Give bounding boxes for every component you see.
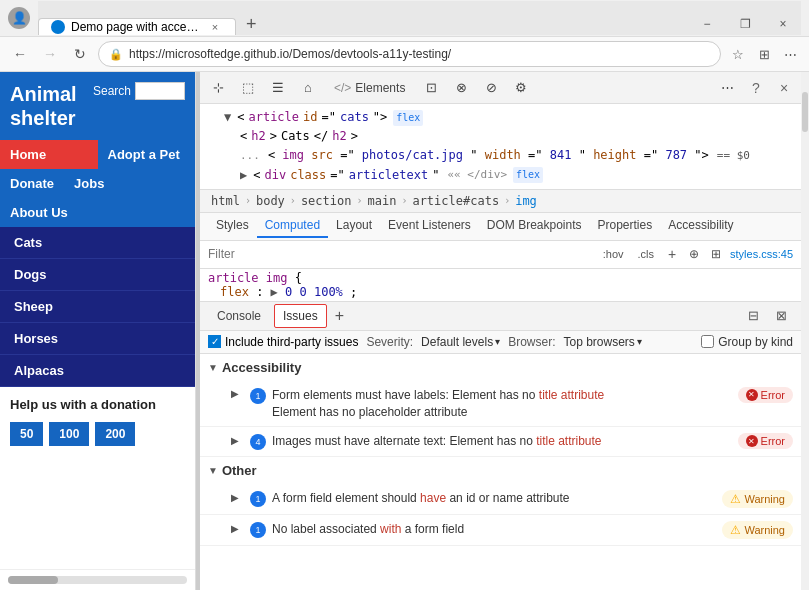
severity-caret-icon: ▾ [495,336,500,347]
tab-computed[interactable]: Computed [257,214,328,238]
favorites-icon[interactable]: ☆ [727,43,749,65]
dom-img[interactable]: ... < img src =" photos/cat.jpg " width … [240,146,793,165]
issue-expand-icon-3[interactable]: ▶ [228,490,242,504]
more-tools-icon[interactable]: ⋯ [713,74,741,102]
search-input[interactable] [135,82,185,100]
warning-badge-label-1: ⚠ Warning [722,490,793,508]
tab-accessibility[interactable]: Accessibility [660,214,741,238]
donation-btn-100[interactable]: 100 [49,422,89,446]
tab-event-listeners[interactable]: Event Listeners [380,214,479,238]
browser-filter[interactable]: Top browsers ▾ [563,335,641,349]
issue-expand-icon-2[interactable]: ▶ [228,433,242,447]
animal-item-horses[interactable]: Horses [0,323,195,355]
network-dt-icon[interactable]: ⊡ [417,74,445,102]
user-avatar: 👤 [8,7,30,29]
add-filter-btn[interactable]: + [662,244,682,264]
device-toggle-icon[interactable]: ☰ [264,74,292,102]
copy-filter-btn[interactable]: ⊕ [684,244,704,264]
animal-item-dogs[interactable]: Dogs [0,259,195,291]
issue-text-form-labels: Form elements must have labels: Element … [272,387,732,421]
other-section-header[interactable]: ▼ Other [200,457,801,484]
animal-item-alpacas[interactable]: Alpacas [0,355,195,387]
dom-article[interactable]: ▼ < article id =" cats "> flex [224,108,793,127]
nav-about[interactable]: About Us [0,198,195,227]
restore-button[interactable]: ❐ [727,13,763,35]
bc-img[interactable]: img [512,193,540,209]
group-by-kind[interactable]: Group by kind [701,335,793,349]
home-dt-icon[interactable]: ⌂ [294,74,322,102]
filter-input[interactable] [204,245,593,263]
donation-title: Help us with a donation [10,397,185,414]
issue-text-images-alt: Images must have alternate text: Element… [272,433,732,450]
nav-home[interactable]: Home [0,140,98,169]
help-icon[interactable]: ? [743,75,769,101]
donation-btn-50[interactable]: 50 [10,422,43,446]
accessibility-section-header[interactable]: ▼ Accessibility [200,354,801,381]
sources-dt-icon[interactable]: ⊗ [447,74,475,102]
scrollbar-thumb[interactable] [8,576,58,584]
styles-link[interactable]: styles.css:45 [730,248,793,260]
close-button[interactable]: × [765,13,801,35]
bc-body[interactable]: body [253,193,288,209]
third-party-checkbox-label[interactable]: ✓ Include third-party issues [208,335,358,349]
issue-subtitle-form-labels: Element has no placeholder attribute [272,404,732,421]
bc-html[interactable]: html [208,193,243,209]
animal-item-sheep[interactable]: Sheep [0,291,195,323]
tab-elements-label: Elements [355,81,405,95]
computed-filter-btn[interactable]: ⊞ [706,244,726,264]
tab-properties[interactable]: Properties [590,214,661,238]
tab-dom-breakpoints[interactable]: DOM Breakpoints [479,214,590,238]
collections-icon[interactable]: ⊞ [753,43,775,65]
nav-jobs[interactable]: Jobs [64,169,195,198]
tab-issues[interactable]: Issues [274,304,327,328]
dock-icon[interactable]: ⊟ [741,304,765,328]
url-bar[interactable]: 🔒 https://microsoftedge.github.io/Demos/… [98,41,721,67]
forward-button[interactable]: → [38,42,62,66]
devtools-close-icon[interactable]: × [771,75,797,101]
more-icon[interactable]: ⋯ [779,43,801,65]
title-bar: 👤 Demo page with accessibility iss... × … [0,0,809,36]
bc-article[interactable]: article#cats [409,193,502,209]
dom-area: ▼ < article id =" cats "> flex < h2 > Ca… [200,104,801,190]
settings-dt-icon[interactable]: ⚙ [507,74,535,102]
add-tab-btn[interactable]: + [331,307,348,325]
minimize-button[interactable]: − [689,13,725,35]
cls-filter-btn[interactable]: .cls [632,245,661,263]
cursor-icon[interactable]: ⊹ [204,74,232,102]
tab-close-button[interactable]: × [207,19,223,35]
issue-expand-icon[interactable]: ▶ [228,387,242,401]
donation-btn-200[interactable]: 200 [95,422,135,446]
nav-donate[interactable]: Donate [0,169,64,198]
new-tab-button[interactable]: + [236,14,267,35]
devtools-scrollbar[interactable] [801,72,809,590]
device-icon[interactable]: ⬚ [234,74,262,102]
nav-adopt[interactable]: Adopt a Pet [98,140,196,169]
back-button[interactable]: ← [8,42,32,66]
group-by-kind-checkbox[interactable] [701,335,714,348]
accessibility-caret-icon: ▼ [208,362,218,373]
bottom-tabs: Console Issues + ⊟ ⊠ [200,301,801,331]
animal-item-cats[interactable]: Cats [0,227,195,259]
undock-icon[interactable]: ⊠ [769,304,793,328]
warning-icon-2: ⚠ [730,523,741,537]
devtools-toolbar: ⊹ ⬚ ☰ ⌂ </> Elements ⊡ ⊗ ⊘ ⚙ ⋯ ? × [200,72,801,104]
tab-styles[interactable]: Styles [208,214,257,238]
dom-div[interactable]: ▶ < div class =" articletext " «« </div>… [240,166,793,185]
active-tab[interactable]: Demo page with accessibility iss... × [38,18,236,35]
tab-elements[interactable]: </> Elements [324,77,415,99]
bc-section[interactable]: section [298,193,355,209]
severity-filter[interactable]: Default levels ▾ [421,335,500,349]
bc-main[interactable]: main [364,193,399,209]
tab-console[interactable]: Console [208,304,270,328]
third-party-checkbox[interactable]: ✓ [208,335,221,348]
performance-dt-icon[interactable]: ⊘ [477,74,505,102]
issue-expand-icon-4[interactable]: ▶ [228,521,242,535]
css-rule: article img { flex : ▶ 0 0 100% ; [200,269,801,301]
error-badge-1: ✕ Error [738,387,793,403]
hov-filter-btn[interactable]: :hov [597,245,630,263]
flex-badge-2: flex [513,167,543,183]
refresh-button[interactable]: ↻ [68,42,92,66]
dom-h2[interactable]: < h2 > Cats </ h2 > [240,127,793,146]
url-text: https://microsoftedge.github.io/Demos/de… [129,47,710,61]
tab-layout[interactable]: Layout [328,214,380,238]
